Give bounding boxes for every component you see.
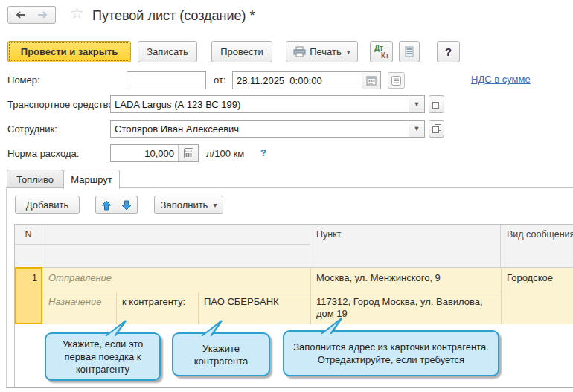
employee-label: Сотрудник: <box>7 123 57 135</box>
hint-counterparty-callout: Укажите контрагента <box>172 332 270 376</box>
printer-icon <box>293 46 306 57</box>
column-header-description <box>42 225 310 245</box>
employee-combobox[interactable]: Столяров Иван Алексеевич ▼ <box>110 120 425 138</box>
favorite-star-icon[interactable]: ☆ <box>70 4 84 22</box>
fuel-rate-label: Норма расхода: <box>7 148 79 159</box>
callout-tail <box>103 319 129 336</box>
calendar-button[interactable] <box>362 72 380 89</box>
employee-open-button[interactable] <box>429 120 444 138</box>
row-number-cell[interactable]: 1 <box>15 267 42 324</box>
fuel-rate-unit: л/100 км <box>206 148 244 159</box>
hint-first-trip-callout: Укажите, если это первая поездка к контр… <box>45 332 161 381</box>
column-header-n-sub <box>15 245 42 267</box>
column-header-description-sub <box>42 245 310 267</box>
list-icon <box>391 76 401 86</box>
calculator-icon <box>184 148 193 158</box>
employee-dropdown-button[interactable]: ▼ <box>409 121 424 137</box>
open-link-icon <box>432 100 441 109</box>
number-input[interactable] <box>127 71 206 89</box>
vehicle-open-button[interactable] <box>429 95 444 113</box>
table-row[interactable]: 1 Отправление Москва, ул. Менжинского, 9… <box>15 268 573 324</box>
page-title: Путевой лист (создание) * <box>92 8 255 24</box>
column-header-point: Пункт <box>310 225 501 267</box>
nav-forward-button[interactable] <box>31 6 56 24</box>
print-label: Печать <box>310 46 342 57</box>
post-button[interactable]: Провести <box>211 41 272 62</box>
tab-fuel[interactable]: Топливо <box>7 170 63 188</box>
vehicle-label: Транспортное средство: <box>7 99 116 110</box>
dtkt-button[interactable]: Дт Кт <box>370 41 393 62</box>
hint-address-callout: Заполнится адрес из карточки контрагента… <box>283 330 499 376</box>
add-row-button[interactable]: Добавить <box>15 196 80 214</box>
back-arrow-icon <box>14 11 26 19</box>
message-type-cell[interactable]: Городское <box>501 268 573 324</box>
arrow-up-icon <box>101 200 112 211</box>
move-row-up-button[interactable] <box>95 196 117 214</box>
open-link-icon <box>432 124 441 133</box>
document-structure-button[interactable] <box>399 41 420 62</box>
tab-route[interactable]: Маршрут <box>63 170 120 189</box>
help-button[interactable]: ? <box>437 41 460 62</box>
date-from-label: от: <box>214 74 226 86</box>
cell-divider <box>310 268 311 324</box>
date-input[interactable]: 28.11.2025 0:00:00 <box>232 71 381 89</box>
forward-arrow-icon <box>37 11 49 19</box>
number-label: Номер: <box>7 74 40 86</box>
chevron-down-icon: ▼ <box>414 100 420 108</box>
arrow-down-icon <box>121 200 132 211</box>
post-and-close-button[interactable]: Провести и закрыть <box>7 41 131 62</box>
column-header-message-type: Вид сообщения <box>501 225 573 267</box>
document-list-button[interactable] <box>388 72 405 89</box>
save-button[interactable]: Записать <box>138 41 197 62</box>
calendar-icon <box>366 75 377 86</box>
print-menu-button[interactable]: Печать <box>286 41 358 62</box>
chevron-down-icon: ▼ <box>414 125 420 132</box>
vehicle-dropdown-button[interactable]: ▼ <box>409 96 424 112</box>
calculator-button[interactable] <box>178 145 198 161</box>
move-row-down-button[interactable] <box>116 196 138 214</box>
vehicle-combobox[interactable]: LADA Largus (А 123 ВС 199) ▼ <box>110 95 425 113</box>
departure-label-cell[interactable]: Отправление <box>42 268 310 292</box>
departure-point-cell[interactable]: Москва, ул. Менжинского, 9 <box>310 268 501 292</box>
callout-tail <box>319 317 345 334</box>
fill-menu-button[interactable]: Заполнить <box>154 196 223 214</box>
row-divider <box>42 292 501 292</box>
cell-divider <box>198 292 199 324</box>
callout-tail <box>199 319 225 336</box>
dtkt-icon: Дт Кт <box>371 42 392 62</box>
nav-back-button[interactable] <box>7 6 32 24</box>
column-header-n: N <box>15 225 42 245</box>
stacked-bars-icon <box>404 46 414 57</box>
waybill-window: ☆ Путевой лист (создание) * Провести и з… <box>0 0 573 392</box>
cell-divider <box>501 268 502 324</box>
fuel-rate-help-icon[interactable]: ? <box>260 147 266 158</box>
fuel-rate-input[interactable]: 10,000 <box>110 144 199 162</box>
vat-mode-link[interactable]: НДС в сумме <box>471 74 531 85</box>
